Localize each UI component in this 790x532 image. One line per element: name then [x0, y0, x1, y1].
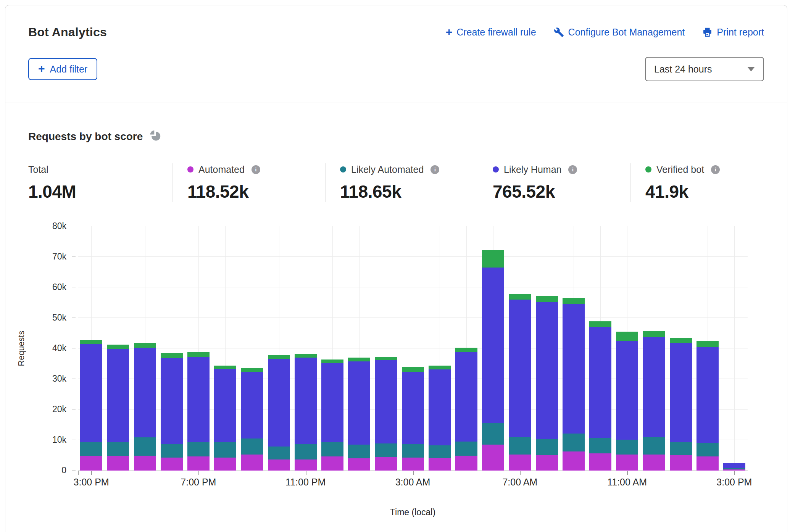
segment-automated [696, 456, 719, 471]
likely-human-dot [493, 166, 499, 172]
segment-automated [482, 445, 504, 471]
segment-likely-human [321, 363, 343, 442]
bar-10:00 PM[interactable] [268, 355, 290, 471]
segment-likely-human [563, 304, 585, 434]
segment-likely-human [214, 369, 236, 442]
segment-automated [80, 456, 102, 471]
bar-12:00 PM[interactable] [643, 331, 665, 471]
stat-automated: Automated i 118.52k [173, 163, 325, 202]
stat-total-label: Total [28, 164, 48, 175]
y-tick-label: 30k [31, 374, 66, 384]
segment-likely-human [616, 341, 638, 440]
bar-7:00 AM[interactable] [509, 294, 531, 471]
bar-4:00 AM[interactable] [429, 366, 451, 471]
bar-3:00 AM[interactable] [402, 367, 424, 471]
x-tick-label: 7:00 AM [485, 477, 554, 488]
segment-automated [670, 455, 692, 471]
filter-row: + Add filter Last 24 hours [28, 57, 764, 81]
bar-5:00 PM[interactable] [134, 343, 156, 471]
create-firewall-rule-link[interactable]: + Create firewall rule [446, 27, 536, 38]
page-title: Bot Analytics [28, 25, 107, 39]
info-icon[interactable]: i [252, 165, 260, 174]
segment-verified-bot [348, 358, 370, 361]
segment-likely-automated [375, 443, 397, 457]
bar-10:00 AM[interactable] [589, 321, 611, 471]
configure-bot-management-link[interactable]: Configure Bot Management [554, 27, 685, 38]
stat-verified-bot-head: Verified bot i [645, 164, 764, 175]
print-report-link[interactable]: Print report [702, 27, 764, 38]
stat-likely-automated: Likely Automated i 118.65k [325, 163, 478, 202]
segment-likely-automated [429, 445, 451, 458]
wrench-icon [554, 27, 564, 37]
segment-likely-automated [187, 442, 210, 457]
section-title-row: Requests by bot score [28, 130, 764, 143]
bar-3:00 PM[interactable] [723, 463, 745, 471]
bot-analytics-card: Bot Analytics + Create firewall rule Con… [5, 5, 787, 532]
segment-likely-human [375, 360, 397, 443]
pie-chart-icon [149, 130, 161, 143]
segment-verified-bot [241, 368, 263, 372]
content: Requests by bot score Total 1.04M Automa… [5, 103, 787, 517]
segment-automated [429, 458, 451, 471]
segment-likely-automated [536, 439, 558, 455]
stat-verified-bot-label: Verified bot [656, 164, 704, 175]
info-icon[interactable]: i [430, 165, 439, 174]
segment-likely-human [723, 463, 745, 469]
segment-verified-bot [268, 355, 290, 359]
segment-verified-bot [134, 343, 156, 348]
bar-6:00 PM[interactable] [161, 353, 183, 471]
bar-1:00 AM[interactable] [348, 358, 370, 471]
segment-likely-human [295, 358, 317, 444]
segment-likely-automated [482, 423, 504, 445]
bar-2:00 AM[interactable] [375, 357, 397, 471]
bar-5:00 AM[interactable] [455, 348, 477, 471]
segment-likely-automated [321, 442, 343, 456]
plus-icon: + [446, 26, 453, 38]
bar-3:00 PM[interactable] [80, 340, 102, 471]
add-filter-label: Add filter [50, 64, 88, 75]
bar-1:00 PM[interactable] [670, 338, 692, 471]
segment-verified-bot [80, 340, 102, 344]
stat-automated-head: Automated i [187, 164, 325, 175]
y-tick [72, 440, 76, 440]
bar-12:00 AM[interactable] [321, 360, 343, 471]
bar-8:00 PM[interactable] [214, 366, 236, 471]
segment-verified-bot [482, 250, 504, 268]
bar-9:00 AM[interactable] [563, 298, 585, 471]
x-tick [78, 471, 79, 475]
segment-verified-bot [402, 367, 424, 372]
y-tick-label: 50k [31, 313, 66, 323]
plot-area: Requests 010k20k30k40k50k60k70k80k3:00 P… [78, 226, 748, 471]
time-range-select[interactable]: Last 24 hours [645, 57, 764, 81]
add-filter-button[interactable]: + Add filter [28, 58, 97, 80]
bar-8:00 AM[interactable] [536, 296, 558, 471]
printer-icon [702, 27, 713, 37]
x-tick-label: 7:00 PM [164, 477, 233, 488]
info-icon[interactable]: i [711, 165, 720, 174]
segment-automated [589, 453, 611, 471]
y-tick-label: 60k [31, 282, 66, 292]
segment-automated [536, 455, 558, 471]
segment-verified-bot [455, 348, 477, 351]
bar-11:00 AM[interactable] [616, 332, 638, 471]
x-tick [91, 471, 92, 475]
bar-9:00 PM[interactable] [241, 368, 263, 471]
y-axis-title: Requests [16, 331, 26, 366]
segment-verified-bot [429, 366, 451, 369]
segment-likely-automated [616, 440, 638, 454]
stat-likely-human-label: Likely Human [504, 164, 561, 175]
bar-6:00 AM[interactable] [482, 250, 504, 471]
y-tick-label: 80k [31, 221, 66, 231]
segment-likely-human [241, 372, 263, 438]
likely-automated-dot [340, 166, 346, 172]
x-tick [413, 471, 414, 475]
y-tick-label: 70k [31, 251, 66, 262]
bar-7:00 PM[interactable] [187, 352, 210, 471]
segment-likely-automated [670, 442, 692, 455]
bar-2:00 PM[interactable] [696, 341, 719, 471]
bar-4:00 PM[interactable] [107, 345, 129, 471]
stats-row: Total 1.04M Automated i 118.52k Likely A… [28, 163, 764, 202]
segment-automated [402, 458, 424, 471]
bar-11:00 PM[interactable] [295, 354, 317, 471]
info-icon[interactable]: i [568, 165, 577, 174]
